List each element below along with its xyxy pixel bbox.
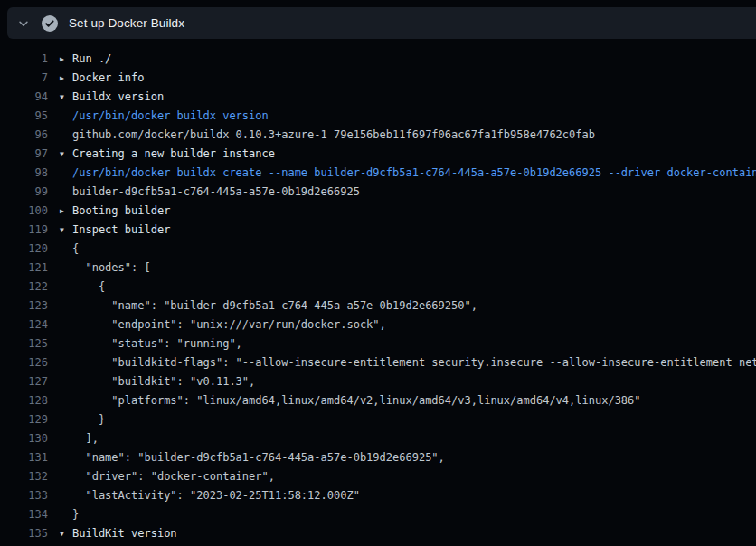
line-number[interactable]: 98 bbox=[0, 164, 48, 183]
group-expanded-arrow-icon[interactable]: ▼ bbox=[60, 88, 72, 107]
line-number[interactable]: 95 bbox=[0, 107, 48, 126]
line-number[interactable]: 126 bbox=[0, 353, 48, 372]
line-number[interactable]: 129 bbox=[0, 410, 48, 429]
log-text: "buildkit": "v0.11.3", bbox=[72, 372, 255, 391]
log-text: "driver": "docker-container", bbox=[72, 467, 275, 486]
gutter-gap bbox=[48, 486, 60, 505]
log-text: "platforms": "linux/amd64,linux/amd64/v2… bbox=[72, 391, 641, 410]
line-number[interactable]: 96 bbox=[0, 126, 48, 145]
log-group-line[interactable]: 135▼BuildKit version bbox=[0, 524, 756, 543]
group-collapsed-arrow-icon[interactable]: ▶ bbox=[60, 69, 72, 88]
arrow-slot-empty bbox=[60, 315, 72, 334]
gutter-gap bbox=[48, 164, 60, 183]
gutter-gap bbox=[48, 278, 60, 297]
line-number[interactable]: 132 bbox=[0, 467, 48, 486]
log-group-line[interactable]: 97▼Creating a new builder instance bbox=[0, 145, 756, 164]
group-collapsed-arrow-icon[interactable]: ▶ bbox=[60, 202, 72, 221]
line-number[interactable]: 119 bbox=[0, 221, 48, 240]
gutter-gap bbox=[48, 297, 60, 315]
log-line: 125 "status": "running", bbox=[0, 334, 756, 353]
log-line: 98/usr/bin/docker buildx create --name b… bbox=[0, 164, 756, 183]
group-collapsed-arrow-icon[interactable]: ▶ bbox=[60, 50, 72, 69]
group-title: Buildx version bbox=[72, 88, 164, 107]
group-expanded-arrow-icon[interactable]: ▼ bbox=[60, 524, 72, 543]
gutter-gap bbox=[48, 145, 60, 164]
actions-log-viewer: Set up Docker Buildx 1▶Run ./7▶Docker in… bbox=[0, 0, 756, 546]
log-group-line[interactable]: 7▶Docker info bbox=[0, 69, 756, 88]
gutter-gap bbox=[48, 259, 60, 278]
step-title: Set up Docker Buildx bbox=[69, 16, 184, 30]
gutter-gap bbox=[48, 353, 60, 372]
log-group-line[interactable]: 119▼Inspect builder bbox=[0, 221, 756, 240]
line-number[interactable]: 121 bbox=[0, 259, 48, 278]
gutter-gap bbox=[48, 183, 60, 202]
group-title: Booting builder bbox=[72, 202, 170, 221]
line-number[interactable]: 99 bbox=[0, 183, 48, 202]
log-line: 99builder-d9cfb5a1-c764-445a-a57e-0b19d2… bbox=[0, 183, 756, 202]
log-text: "status": "running", bbox=[72, 334, 242, 353]
line-number[interactable]: 127 bbox=[0, 372, 48, 391]
command-text: /usr/bin/docker buildx version bbox=[72, 107, 269, 126]
log-group-line[interactable]: 94▼Buildx version bbox=[0, 88, 756, 107]
line-number[interactable]: 94 bbox=[0, 88, 48, 107]
line-number[interactable]: 123 bbox=[0, 297, 48, 315]
gutter-gap bbox=[48, 107, 60, 126]
log-text: } bbox=[72, 410, 105, 429]
arrow-slot-empty bbox=[60, 297, 72, 315]
log-line: 127 "buildkit": "v0.11.3", bbox=[0, 372, 756, 391]
arrow-slot-empty bbox=[60, 448, 72, 467]
line-number[interactable]: 128 bbox=[0, 391, 48, 410]
line-number[interactable]: 1 bbox=[0, 50, 48, 69]
log-line: 131 "name": "builder-d9cfb5a1-c764-445a-… bbox=[0, 448, 756, 467]
gutter-gap bbox=[48, 126, 60, 145]
line-number[interactable]: 130 bbox=[0, 429, 48, 448]
arrow-slot-empty bbox=[60, 486, 72, 505]
log-text: ], bbox=[72, 429, 99, 448]
arrow-slot-empty bbox=[60, 429, 72, 448]
gutter-gap bbox=[48, 88, 60, 107]
line-number[interactable]: 120 bbox=[0, 240, 48, 259]
line-number[interactable]: 7 bbox=[0, 69, 48, 88]
log-line: 124 "endpoint": "unix:///var/run/docker.… bbox=[0, 315, 756, 334]
group-title: Docker info bbox=[72, 69, 144, 88]
line-number[interactable]: 100 bbox=[0, 202, 48, 221]
line-number[interactable]: 125 bbox=[0, 334, 48, 353]
log-line: 121 "nodes": [ bbox=[0, 259, 756, 278]
arrow-slot-empty bbox=[60, 240, 72, 259]
line-number[interactable]: 131 bbox=[0, 448, 48, 467]
log-text: { bbox=[72, 240, 79, 259]
log-line: 132 "driver": "docker-container", bbox=[0, 467, 756, 486]
gutter-gap bbox=[48, 391, 60, 410]
log-group-line[interactable]: 100▶Booting builder bbox=[0, 202, 756, 221]
log-line: 123 "name": "builder-d9cfb5a1-c764-445a-… bbox=[0, 297, 756, 315]
group-title: BuildKit version bbox=[72, 524, 177, 543]
line-number[interactable]: 124 bbox=[0, 315, 48, 334]
group-expanded-arrow-icon[interactable]: ▼ bbox=[60, 145, 72, 164]
log-line: 134} bbox=[0, 505, 756, 524]
gutter-gap bbox=[48, 69, 60, 88]
arrow-slot-empty bbox=[60, 372, 72, 391]
line-number[interactable]: 134 bbox=[0, 505, 48, 524]
log-line: 130 ], bbox=[0, 429, 756, 448]
line-number[interactable]: 122 bbox=[0, 278, 48, 297]
gutter-gap bbox=[48, 410, 60, 429]
line-number[interactable]: 97 bbox=[0, 145, 48, 164]
log-text: "name": "builder-d9cfb5a1-c764-445a-a57e… bbox=[72, 448, 445, 467]
log-text: "name": "builder-d9cfb5a1-c764-445a-a57e… bbox=[72, 297, 477, 315]
gutter-gap bbox=[48, 524, 60, 543]
check-circle-icon bbox=[42, 15, 58, 32]
log-group-line[interactable]: 1▶Run ./ bbox=[0, 50, 756, 69]
arrow-slot-empty bbox=[60, 410, 72, 429]
log-line: 96github.com/docker/buildx 0.10.3+azure-… bbox=[0, 126, 756, 145]
group-title: Inspect builder bbox=[72, 221, 170, 240]
group-expanded-arrow-icon[interactable]: ▼ bbox=[60, 221, 72, 240]
log-text: "lastActivity": "2023-02-25T11:58:12.000… bbox=[72, 486, 360, 505]
gutter-gap bbox=[48, 50, 60, 69]
chevron-down-icon[interactable] bbox=[16, 16, 31, 31]
line-number[interactable]: 135 bbox=[0, 524, 48, 543]
step-header-set-up-docker-buildx[interactable]: Set up Docker Buildx bbox=[7, 7, 756, 39]
line-number[interactable]: 133 bbox=[0, 486, 48, 505]
gutter-gap bbox=[48, 429, 60, 448]
arrow-slot-empty bbox=[60, 164, 72, 183]
arrow-slot-empty bbox=[60, 278, 72, 297]
